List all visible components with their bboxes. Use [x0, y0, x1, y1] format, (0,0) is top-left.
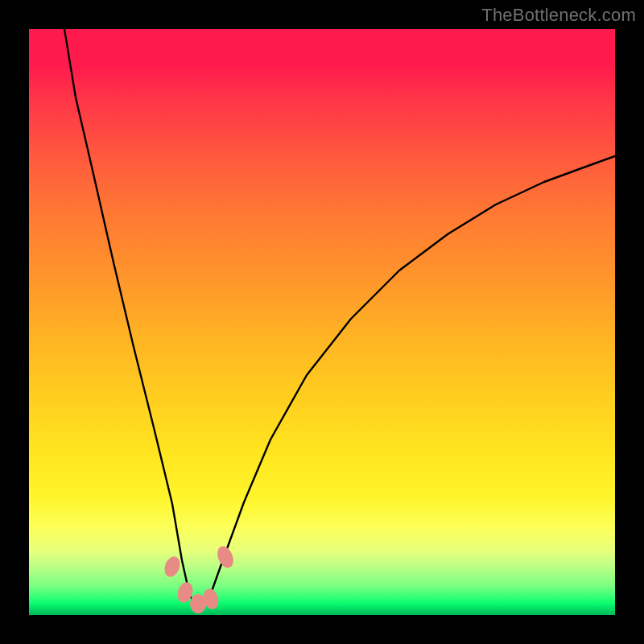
curve-marker [162, 555, 183, 580]
watermark-text: TheBottleneck.com [481, 5, 636, 26]
bottleneck-curve [64, 29, 615, 606]
curve-marker [214, 544, 236, 571]
plot-area [29, 29, 615, 615]
marker-group [162, 544, 236, 613]
outer-frame: TheBottleneck.com [0, 0, 644, 644]
bottleneck-curve-svg [29, 29, 615, 615]
